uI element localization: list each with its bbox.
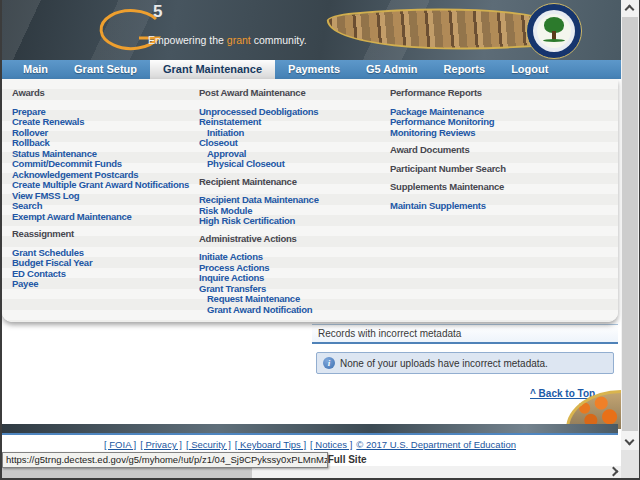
tab-main[interactable]: Main	[10, 60, 61, 79]
browser-window: 5 Empowering the grant community. MainGr…	[0, 0, 640, 480]
menu-item-monitoring-reviews[interactable]: Monitoring Reviews	[390, 128, 575, 139]
tab-grant-maintenance[interactable]: Grant Maintenance	[150, 60, 275, 79]
footer-photo-strip	[2, 424, 618, 433]
menu-group-header-award-documents: Award Documents	[390, 145, 575, 156]
chevron-down-icon	[625, 436, 635, 446]
menu-item-exempt-award-maintenance[interactable]: Exempt Award Maintenance	[12, 212, 197, 223]
menu-item-create-renewals[interactable]: Create Renewals	[12, 117, 197, 128]
vertical-scroll-thumb[interactable]	[622, 17, 638, 431]
menu-item-performance-monitoring[interactable]: Performance Monitoring	[390, 117, 575, 128]
footer-link-foia[interactable]: [ FOIA ]	[104, 439, 136, 450]
menu-item-search[interactable]: Search	[12, 201, 197, 212]
tagline-highlight: grant	[227, 34, 251, 46]
scroll-up-button[interactable]	[621, 0, 639, 16]
tagline: Empowering the grant community.	[148, 34, 307, 46]
footer-link-notices[interactable]: [ Notices ]	[310, 439, 352, 450]
chevron-up-icon	[625, 5, 635, 15]
menu-column-2: Post Award MaintenanceUnprocessed Deobli…	[199, 88, 384, 315]
back-to-top-link[interactable]: ^ Back to Top	[530, 388, 595, 399]
menu-item-request-maintenance[interactable]: Request Maintenance	[199, 294, 384, 305]
tagline-prefix: Empowering the	[148, 34, 227, 46]
menu-item-inquire-actions[interactable]: Inquire Actions	[199, 273, 384, 284]
tagline-suffix: community.	[251, 34, 307, 46]
records-info-box: i None of your uploads have incorrect me…	[316, 352, 614, 374]
grant-maintenance-menu: AwardsPrepareCreate RenewalsRolloverRoll…	[2, 79, 618, 322]
menu-item-initiate-actions[interactable]: Initiate Actions	[199, 252, 384, 263]
menu-group-header-participant-number-search: Participant Number Search	[390, 164, 575, 175]
menu-group-header-recipient-maintenance: Recipient Maintenance	[199, 177, 384, 188]
menu-column-3: Performance ReportsPackage MaintenancePe…	[390, 88, 575, 211]
menu-item-ed-contacts[interactable]: ED Contacts	[12, 269, 197, 280]
menu-item-physical-closeout[interactable]: Physical Closeout	[199, 159, 384, 170]
records-panel: Records with incorrect metadata i None o…	[312, 324, 618, 374]
records-panel-title: Records with incorrect metadata	[312, 324, 618, 344]
menu-item-closeout[interactable]: Closeout	[199, 138, 384, 149]
menu-column-1: AwardsPrepareCreate RenewalsRolloverRoll…	[12, 88, 197, 290]
department-of-education-seal-icon	[526, 3, 582, 59]
info-icon: i	[323, 357, 335, 369]
menu-group-header-post-award-maintenance: Post Award Maintenance	[199, 88, 384, 99]
g5-logo-five: 5	[153, 2, 162, 22]
nav-tabs: MainGrant SetupGrant MaintenancePayments…	[2, 60, 622, 79]
menu-group-header-awards: Awards	[12, 88, 197, 99]
menu-group-header-supplements-maintenance: Supplements Maintenance	[390, 182, 575, 193]
menu-item-commit-decommit-funds[interactable]: Commit/Decommit Funds	[12, 159, 197, 170]
menu-item-payee[interactable]: Payee	[12, 279, 197, 290]
tab-g5-admin[interactable]: G5 Admin	[353, 60, 431, 79]
seal-tree-ground	[543, 39, 565, 42]
menu-item-create-multiple-grant-award-notifications[interactable]: Create Multiple Grant Award Notification…	[12, 180, 197, 191]
tab-payments[interactable]: Payments	[275, 60, 353, 79]
chevron-right-icon	[609, 467, 619, 477]
footer-link-security[interactable]: [ Security ]	[186, 439, 231, 450]
tab-reports[interactable]: Reports	[431, 60, 499, 79]
footer-accent-line	[2, 433, 618, 435]
footer-copyright-link[interactable]: © 2017 U.S. Department of Education	[356, 439, 516, 450]
menu-item-rollback[interactable]: Rollback	[12, 138, 197, 149]
menu-group-header-performance-reports: Performance Reports	[390, 88, 575, 99]
tab-grant-setup[interactable]: Grant Setup	[61, 60, 150, 79]
footer-links: [ FOIA ][ Privacy ][ Security ][ Keyboar…	[2, 439, 618, 450]
window-frame-left	[0, 0, 2, 480]
menu-item-recipient-data-maintenance[interactable]: Recipient Data Maintenance	[199, 195, 384, 206]
footer-link-keyboard-tips[interactable]: [ Keyboard Tips ]	[235, 439, 306, 450]
records-info-message: None of your uploads have incorrect meta…	[340, 358, 548, 369]
tab-logout[interactable]: Logout	[498, 60, 561, 79]
menu-item-reinstatement[interactable]: Reinstatement	[199, 117, 384, 128]
full-site-label: Full Site	[328, 454, 367, 465]
footer-link-privacy[interactable]: [ Privacy ]	[140, 439, 182, 450]
scrollbar-corner	[621, 450, 639, 478]
menu-item-budget-fiscal-year[interactable]: Budget Fiscal Year	[12, 258, 197, 269]
scroll-right-button[interactable]	[605, 466, 621, 478]
menu-group-header-reassignment: Reassignment	[12, 229, 197, 240]
status-url-tooltip: https://g5trng.dectest.ed.gov/g5/myhome/…	[2, 452, 328, 468]
menu-group-header-administrative-actions: Administrative Actions	[199, 234, 384, 245]
menu-item-maintain-supplements[interactable]: Maintain Supplements	[390, 201, 575, 212]
scroll-down-button[interactable]	[621, 434, 639, 450]
menu-item-high-risk-certification[interactable]: High Risk Certification	[199, 216, 384, 227]
vertical-scrollbar[interactable]	[621, 0, 639, 450]
g5-banner: 5 Empowering the grant community.	[2, 0, 622, 60]
menu-item-grant-award-notification[interactable]: Grant Award Notification	[199, 305, 384, 316]
